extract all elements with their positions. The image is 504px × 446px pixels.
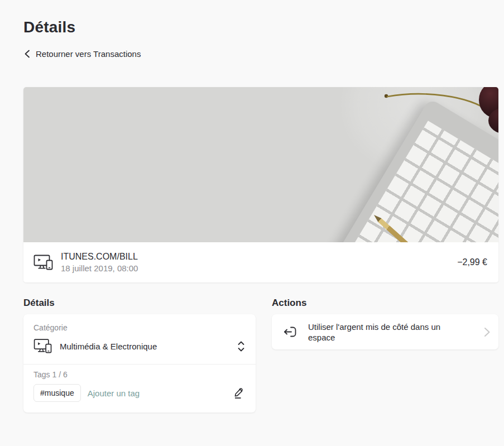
chevron-up-down-icon[interactable] (237, 340, 246, 353)
transaction-summary-row[interactable]: ITUNES.COM/BILL 18 juillet 2019, 08:00 −… (23, 242, 498, 282)
cherry-stem-decoration (23, 87, 498, 154)
multimedia-electronics-icon (33, 337, 53, 356)
action-label: Utiliser l'argent mis de côté dans un es… (308, 322, 463, 343)
transaction-datetime: 18 juillet 2019, 08:00 (61, 263, 138, 273)
tags-field: Tags 1 / 6 #musique Ajouter un tag (23, 365, 256, 413)
details-section-heading: Détails (23, 298, 256, 309)
transaction-details-page: Détails Retourner vers Transactions (0, 0, 504, 446)
transaction-text: ITUNES.COM/BILL 18 juillet 2019, 08:00 (61, 252, 138, 273)
tag-chip[interactable]: #musique (33, 384, 81, 402)
transaction-hero-image (23, 87, 498, 242)
actions-section-heading: Actions (272, 298, 498, 309)
transaction-merchant: ITUNES.COM/BILL (61, 252, 138, 262)
page-title: Détails (23, 19, 504, 36)
category-field[interactable]: Catégorie Multimédi (23, 314, 256, 364)
back-link[interactable]: Retourner vers Transactions (23, 49, 141, 59)
edit-tags-icon[interactable] (233, 387, 246, 400)
multimedia-electronics-icon (33, 253, 54, 272)
back-link-label: Retourner vers Transactions (36, 49, 141, 59)
action-move-to-space[interactable]: Utiliser l'argent mis de côté dans un es… (272, 314, 498, 349)
details-column: Détails Catégorie (23, 298, 256, 413)
transaction-card: ITUNES.COM/BILL 18 juillet 2019, 08:00 −… (23, 87, 498, 282)
actions-column: Actions Utiliser l'argent mis de côté da… (272, 298, 498, 413)
arrow-left-into-bracket-icon (282, 325, 297, 338)
chevron-right-icon (481, 325, 493, 339)
category-value: Multimédia & Electronique (60, 342, 157, 351)
add-tag-button[interactable]: Ajouter un tag (88, 389, 140, 398)
tags-label: Tags 1 / 6 (33, 370, 246, 379)
category-label: Catégorie (33, 323, 246, 332)
transaction-amount: −2,99 € (457, 257, 492, 267)
chevron-left-icon (23, 50, 31, 58)
content-columns: Détails Catégorie (23, 298, 498, 413)
details-card: Catégorie Multimédi (23, 314, 256, 413)
